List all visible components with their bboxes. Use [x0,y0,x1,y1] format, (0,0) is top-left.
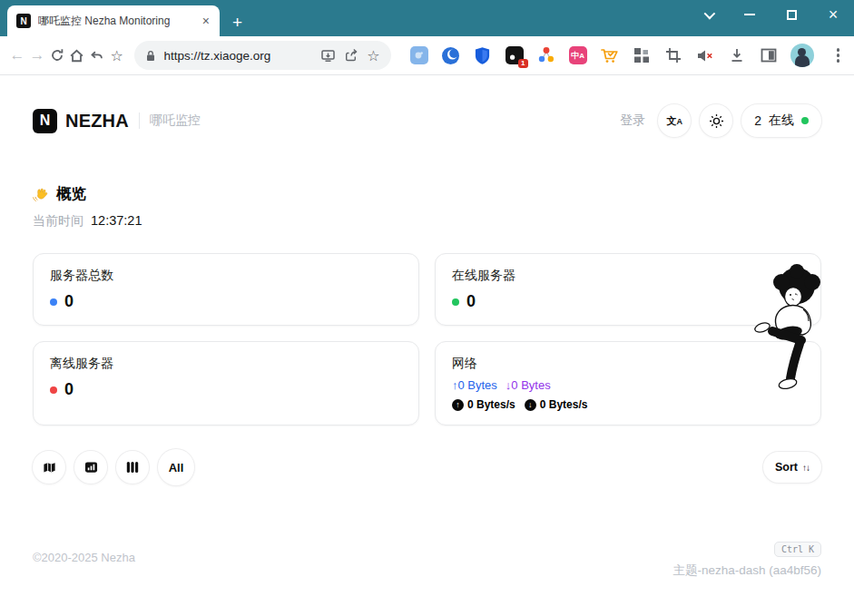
offline-servers-value: 0 [64,380,74,399]
tab-close-icon[interactable]: × [200,14,212,28]
download-speed-icon: ↓ [525,399,536,411]
undo-icon[interactable] [89,43,105,68]
overview-title: 概览 [56,184,86,204]
translate-ext-icon[interactable]: 中A [568,45,588,65]
language-icon: 文A [666,116,682,126]
download-icon[interactable] [727,45,747,65]
map-icon [43,461,56,474]
columns-icon [126,461,139,474]
network-down-total: ↓0 Bytes [506,378,551,392]
brand-divider [139,112,140,129]
install-icon[interactable] [320,49,336,63]
tab-favicon: N [16,14,31,28]
window-controls: × [687,0,854,29]
card-total-servers[interactable]: 服务器总数 0 [33,253,419,326]
blue-dot [50,298,57,306]
map-view-button[interactable] [33,451,65,484]
close-icon[interactable]: × [812,0,854,29]
online-status-pill[interactable]: 2 在线 [741,104,821,137]
bookmark-star-icon[interactable]: ☆ [109,43,125,68]
chart-view-button[interactable] [74,451,107,484]
side-panel-icon[interactable] [759,45,779,65]
header-actions: 登录 文A 2 在线 [620,104,821,137]
filter-all-button[interactable]: All [158,449,194,485]
brand-name: NEZHA [65,111,129,132]
sort-arrows-icon: ↑↓ [802,463,810,473]
browser-toolbar: ← → ☆ https://tz.xiaoge.org ☆ [0,36,854,75]
view-controls: All Sort ↑↓ [33,449,821,485]
language-toggle-button[interactable]: 文A [658,104,691,137]
share-icon[interactable] [344,48,358,63]
upload-speed-value: 0 Bytes/s [467,398,515,411]
home-icon[interactable] [69,43,85,68]
online-count: 2 [754,113,761,128]
download-speed-value: 0 Bytes/s [540,398,588,411]
profile-avatar[interactable] [790,44,814,67]
extension-icons: 1 中A [409,44,846,67]
shortcut-badge: Ctrl K [774,542,821,557]
brand-subtitle: 哪吒监控 [150,112,201,129]
online-label: 在线 [769,112,794,129]
back-icon[interactable]: ← [9,43,25,68]
red-dot [50,386,57,394]
column-view-button[interactable] [116,451,149,484]
tab-title: 哪吒监控 Nezha Monitoring [38,14,192,29]
ext-badge-count: 1 [518,59,527,68]
browser-titlebar: N 哪吒监控 Nezha Monitoring × + × [0,0,854,36]
ext-black-badged-icon[interactable]: 1 [505,45,525,65]
bar-chart-icon [84,461,98,474]
nezha-logo: N [33,109,57,133]
total-servers-value: 0 [64,292,74,311]
sun-icon [709,113,724,129]
ext-molecule-icon[interactable] [536,45,556,65]
kebab-menu-icon[interactable] [831,48,846,63]
translate-ext-glyph: 中 [571,50,579,62]
mute-icon[interactable] [695,45,715,65]
bitwarden-shield-icon[interactable] [473,45,493,65]
browser-tab[interactable]: N 哪吒监控 Nezha Monitoring × [7,5,220,36]
card-offline-servers[interactable]: 离线服务器 0 [33,341,419,425]
green-dot [452,298,459,306]
login-link[interactable]: 登录 [620,112,645,129]
current-time-value: 12:37:21 [91,213,142,228]
address-bar[interactable]: https://tz.xiaoge.org ☆ [134,41,391,70]
ext-blue-circle-icon[interactable] [441,45,461,65]
theme-version-text: 主题-nezha-dash (aa4bf56) [672,562,821,579]
dashboard-grid-icon[interactable] [632,45,652,65]
url-text[interactable]: https://tz.xiaoge.org [164,49,313,63]
copyright-text: ©2020-2025 Nezha [33,542,135,564]
page-footer: ©2020-2025 Nezha Ctrl K 主题-nezha-dash (a… [33,542,821,579]
card-online-servers[interactable]: 在线服务器 0 [435,253,821,326]
shopping-cart-ext-icon[interactable] [600,45,620,65]
site-header: N NEZHA 哪吒监控 登录 文A 2 在线 [33,75,821,137]
tab-search-chevron-icon[interactable] [687,0,729,29]
nezha-dashboard-page: N NEZHA 哪吒监控 登录 文A 2 在线 概览 [0,75,854,615]
reload-icon[interactable] [49,43,65,68]
forward-icon[interactable]: → [29,43,45,68]
bookmark-page-star-icon[interactable]: ☆ [367,47,379,64]
upload-speed-icon: ↑ [452,399,464,411]
online-servers-value: 0 [466,292,476,311]
stats-cards: 服务器总数 0 在线服务器 0 离线服务器 0 网络 ↑0 Bytes [33,253,821,425]
online-dot [801,117,809,124]
maximize-icon[interactable] [771,0,812,29]
sort-button[interactable]: Sort ↑↓ [763,452,821,483]
new-tab-button[interactable]: + [232,14,242,31]
theme-toggle-button[interactable] [700,104,732,137]
current-time-label: 当前时间 [33,213,83,230]
ext-blue-app-icon[interactable] [409,45,429,65]
overview-section: 概览 当前时间 12:37:21 [33,184,821,230]
crop-icon[interactable] [663,45,683,65]
network-up-total: ↑0 Bytes [452,378,497,392]
lock-icon[interactable] [145,50,156,62]
waving-hand-icon [33,186,50,203]
card-network[interactable]: 网络 ↑0 Bytes ↓0 Bytes ↑ 0 Bytes/s ↓ 0 Byt… [435,341,821,425]
brand[interactable]: N NEZHA 哪吒监控 [33,109,201,133]
minimize-icon[interactable] [729,0,771,29]
